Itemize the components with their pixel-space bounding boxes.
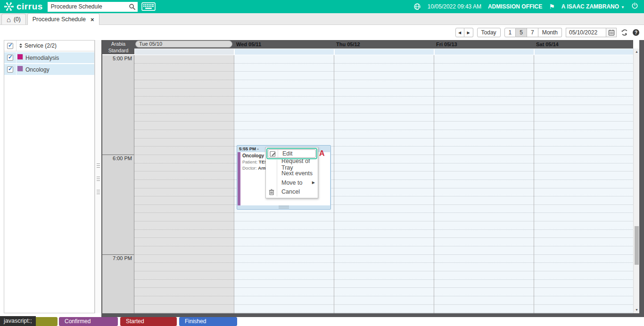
event-resize-handle[interactable]	[279, 206, 289, 208]
menu-item-request-of-tray[interactable]: Request of Tray	[266, 160, 318, 169]
time-slot[interactable]	[434, 196, 534, 205]
time-slot[interactable]	[134, 55, 234, 64]
day-header-1[interactable]: Tue 05/10	[134, 40, 234, 49]
time-slot[interactable]	[234, 263, 334, 271]
scroll-up-button[interactable]: ▲	[634, 49, 640, 55]
tab-procedure-schedule[interactable]: Procedure Schedule×	[27, 13, 99, 25]
time-slot[interactable]	[134, 97, 234, 105]
time-slot[interactable]	[434, 180, 534, 188]
time-slot[interactable]	[534, 188, 633, 197]
time-slot[interactable]	[434, 105, 534, 114]
time-slot[interactable]	[234, 80, 334, 89]
tab-home[interactable]: ⌂(0)	[1, 14, 26, 24]
time-slot[interactable]	[434, 205, 534, 213]
time-slot[interactable]	[434, 296, 534, 305]
time-slot[interactable]	[434, 80, 534, 89]
view-button-5[interactable]: 5	[516, 28, 527, 37]
virtual-keyboard-button[interactable]	[141, 2, 156, 11]
time-slot[interactable]	[234, 271, 334, 280]
time-slot[interactable]	[334, 238, 434, 246]
time-slot[interactable]	[334, 188, 434, 197]
time-slot[interactable]	[434, 230, 534, 238]
allday-cell[interactable]	[135, 49, 234, 55]
time-slot[interactable]	[434, 155, 534, 163]
time-slot[interactable]	[434, 213, 534, 221]
select-all-services-checkbox[interactable]: ✓	[7, 43, 13, 49]
time-slot[interactable]	[434, 255, 534, 263]
time-slot[interactable]	[334, 288, 434, 296]
time-slot[interactable]	[434, 271, 534, 280]
time-slot[interactable]	[334, 230, 434, 238]
time-slot[interactable]	[134, 171, 234, 180]
time-slot[interactable]	[434, 305, 534, 313]
scroll-down-button[interactable]: ▼	[634, 307, 640, 313]
day-header-5[interactable]: Sat 05/14	[534, 40, 633, 49]
prev-day-button[interactable]: ◀	[455, 28, 464, 37]
time-slot[interactable]	[334, 139, 434, 147]
time-slot[interactable]	[434, 55, 534, 64]
service-checkbox[interactable]: ✓	[7, 55, 13, 61]
time-slot[interactable]	[434, 64, 534, 72]
time-slot[interactable]	[334, 155, 434, 163]
time-slot[interactable]	[234, 130, 334, 139]
time-slot[interactable]	[234, 213, 334, 221]
time-slot[interactable]	[534, 64, 633, 72]
time-slot[interactable]	[134, 105, 234, 114]
time-slot[interactable]	[134, 89, 234, 97]
time-slot[interactable]	[134, 122, 234, 130]
time-slot[interactable]	[334, 196, 434, 205]
allday-cell[interactable]	[435, 49, 534, 55]
time-slot[interactable]	[534, 280, 633, 288]
time-slot[interactable]	[534, 205, 633, 213]
menu-item-next-events[interactable]: Next events	[266, 169, 318, 179]
time-slot[interactable]	[534, 89, 633, 97]
time-slot[interactable]	[534, 238, 633, 246]
time-slot[interactable]	[334, 122, 434, 130]
time-slot[interactable]	[234, 97, 334, 105]
time-slot[interactable]	[534, 288, 633, 296]
time-slot[interactable]	[134, 213, 234, 221]
time-slot[interactable]	[334, 221, 434, 230]
day-header-3[interactable]: Thu 05/12	[334, 40, 434, 49]
time-slot[interactable]	[234, 280, 334, 288]
time-slot[interactable]	[134, 80, 234, 89]
time-slot[interactable]	[534, 97, 633, 105]
time-slot[interactable]	[234, 114, 334, 122]
time-slot[interactable]	[534, 263, 633, 271]
time-slot[interactable]	[234, 122, 334, 130]
time-slot[interactable]	[334, 105, 434, 114]
time-slot[interactable]	[434, 188, 534, 197]
time-slot[interactable]	[234, 221, 334, 230]
time-slot[interactable]	[334, 97, 434, 105]
time-slot[interactable]	[334, 280, 434, 288]
day-column-1[interactable]	[134, 55, 234, 313]
date-input[interactable]	[566, 28, 606, 37]
time-slot[interactable]	[234, 89, 334, 97]
allday-cell[interactable]	[535, 49, 633, 55]
time-slot[interactable]	[134, 130, 234, 139]
time-slot[interactable]	[534, 55, 633, 64]
time-slot[interactable]	[434, 97, 534, 105]
time-slot[interactable]	[434, 114, 534, 122]
time-slot[interactable]	[334, 263, 434, 271]
close-icon[interactable]: ×	[91, 16, 94, 23]
time-slot[interactable]	[434, 163, 534, 172]
time-slot[interactable]	[134, 163, 234, 172]
time-slot[interactable]	[234, 288, 334, 296]
time-slot[interactable]	[134, 280, 234, 288]
time-slot[interactable]	[134, 196, 234, 205]
search-button[interactable]	[127, 2, 138, 12]
time-slot[interactable]	[534, 163, 633, 172]
vertical-scrollbar[interactable]: ▲ ▼	[633, 49, 639, 313]
time-slot[interactable]	[334, 89, 434, 97]
next-day-button[interactable]: ▶	[464, 28, 473, 37]
refresh-button[interactable]	[620, 28, 629, 37]
time-slot[interactable]	[534, 147, 633, 155]
time-slot[interactable]	[434, 238, 534, 246]
time-slot[interactable]	[334, 130, 434, 139]
time-slot[interactable]	[534, 105, 633, 114]
menu-item-cancel[interactable]: Cancel	[266, 187, 318, 197]
time-slot[interactable]	[434, 72, 534, 80]
day-column-5[interactable]	[534, 55, 633, 313]
time-slot[interactable]	[434, 130, 534, 139]
